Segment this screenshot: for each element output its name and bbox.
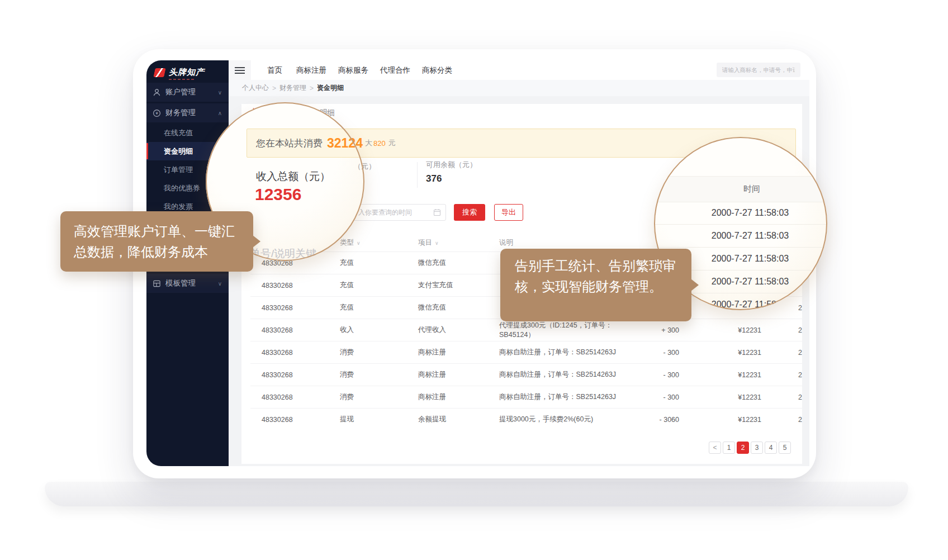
sidebar-item-label: 账户管理 <box>165 87 196 97</box>
breadcrumb-current: 资金明细 <box>317 83 344 93</box>
banner-unit: 元 <box>388 138 396 148</box>
banner-tail-char: 大 <box>365 138 372 148</box>
nav-item-agency-cooperation[interactable]: 代理合作 <box>380 60 410 80</box>
brand-logo[interactable]: 头牌知产 <box>154 67 205 78</box>
nav-item-trademark-register[interactable]: 商标注册 <box>296 60 326 80</box>
pagination-page-2-active[interactable]: 2 <box>737 442 749 454</box>
laptop-base <box>45 482 908 506</box>
income-total-value: 12356 <box>255 185 301 204</box>
brand-logo-icon <box>153 68 165 77</box>
pagination-prev-button[interactable]: < <box>709 442 721 454</box>
coin-icon: ¥ <box>153 109 161 117</box>
income-total-label: 收入总额（元） <box>256 169 330 184</box>
search-button[interactable]: 搜索 <box>454 204 485 221</box>
time-column-header: 时间 <box>721 184 760 194</box>
breadcrumb-separator: > <box>310 84 314 92</box>
calendar-icon[interactable] <box>433 208 441 216</box>
page: 头牌知产 账户管理 ∨ ¥ 财务管理 ∧ 在线充值 资金明细 <box>0 0 948 560</box>
header-desc: 说明 <box>499 238 646 248</box>
stats-divider <box>417 162 418 188</box>
export-button[interactable]: 导出 <box>494 204 523 221</box>
nav-item-trademark-services[interactable]: 商标服务 <box>338 60 368 80</box>
callout-right: 告别手工统计、告别繁琐审核，实现智能财务管理。 <box>500 249 691 321</box>
banner-tail-value: 820 <box>373 139 386 148</box>
header-type[interactable]: 类型∨ <box>340 238 418 248</box>
table-row: 48330268提现 余额提现提现3000元，手续费2%(60元) - 3060… <box>250 408 802 430</box>
user-icon <box>153 88 161 97</box>
time-column-header-band: 时间 <box>654 176 827 202</box>
chevron-down-icon: ∨ <box>218 89 222 96</box>
sidebar-child-label: 资金明细 <box>164 146 193 156</box>
sidebar-item-label: 财务管理 <box>165 108 196 118</box>
available-balance-label: 可用余额（元） <box>426 160 477 170</box>
row-divider <box>654 247 827 248</box>
sidebar-child-label: 我的发票 <box>164 202 193 212</box>
sort-caret-icon: ∨ <box>435 240 439 246</box>
row-divider <box>654 224 827 225</box>
nav-item-trademark-classes[interactable]: 商标分类 <box>422 60 452 80</box>
hamburger-menu-icon[interactable] <box>235 67 245 75</box>
time-cell-magnified: 2000-7-27 11:58:03 <box>654 208 827 218</box>
template-icon <box>153 279 161 288</box>
pagination-page-5[interactable]: 5 <box>779 442 791 454</box>
top-navbar: 首页 商标注册 商标服务 代理合作 商标分类 <box>229 60 809 80</box>
chevron-down-icon: ∨ <box>218 281 222 287</box>
table-row: 48330268消费 商标注册商标自助注册，订单号：SB2514263J - 3… <box>250 386 802 408</box>
available-balance-value: 376 <box>426 173 442 184</box>
breadcrumb-personal-center[interactable]: 个人中心 <box>242 83 269 93</box>
sidebar-child-label: 订单管理 <box>164 165 193 175</box>
pagination: < 1 2 3 4 5 <box>709 442 791 454</box>
pagination-page-1[interactable]: 1 <box>723 442 735 454</box>
svg-text:¥: ¥ <box>155 111 158 116</box>
pagination-page-4[interactable]: 4 <box>765 442 777 454</box>
banner-amount: 32124 <box>327 136 363 151</box>
nav-item-home[interactable]: 首页 <box>267 60 282 80</box>
time-cell-magnified: 2000-7-27 11:58:03 <box>654 231 827 241</box>
callout-left: 高效管理账户订单、一键汇总数据，降低财务成本 <box>60 211 253 272</box>
header-project[interactable]: 项目∨ <box>418 238 499 248</box>
brand-tagline-decoration <box>169 79 194 80</box>
table-row: 48330268收入 代理收入代理提成300元（ID:1245，订单号：SB45… <box>250 319 802 341</box>
sidebar-item-online-recharge[interactable]: 在线充值 <box>146 124 229 142</box>
sort-caret-icon: ∨ <box>357 240 361 246</box>
breadcrumb: 个人中心 > 财务管理 > 资金明细 <box>229 80 809 96</box>
expense-label-fragment: （元） <box>354 162 376 172</box>
table-row: 48330268消费 商标注册商标自助注册，订单号：SB2514263J - 3… <box>250 363 802 386</box>
chevron-up-icon: ∧ <box>218 110 222 116</box>
breadcrumb-finance[interactable]: 财务管理 <box>279 83 306 93</box>
sidebar-item-account[interactable]: 账户管理 ∨ <box>146 83 229 102</box>
brand-name: 头牌知产 <box>169 67 205 78</box>
sidebar-item-template[interactable]: 模板管理 ∨ <box>146 274 229 293</box>
breadcrumb-separator: > <box>272 84 276 92</box>
pagination-page-3[interactable]: 3 <box>751 442 763 454</box>
sidebar-item-label: 模板管理 <box>165 278 196 288</box>
banner-prefix: 您在本站共消费 <box>256 137 323 150</box>
top-search <box>717 63 800 77</box>
sidebar-child-label: 在线充值 <box>164 128 193 138</box>
sidebar-child-label: 我的优惠券 <box>164 183 200 193</box>
sidebar-item-finance[interactable]: ¥ 财务管理 ∧ <box>146 103 229 122</box>
table-row: 48330268消费 商标注册商标自助注册，订单号：SB2514263J - 3… <box>250 341 802 363</box>
search-input[interactable] <box>717 63 800 77</box>
